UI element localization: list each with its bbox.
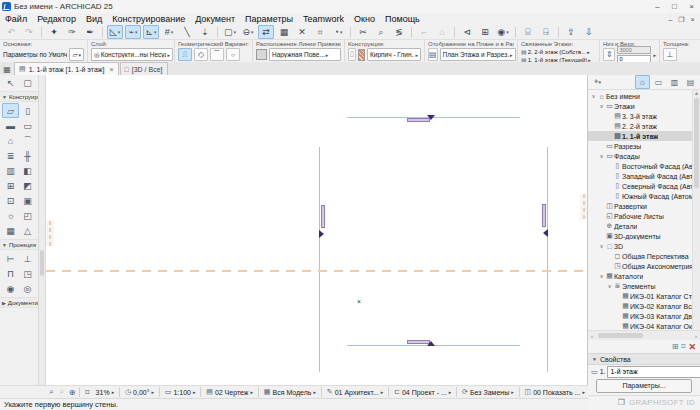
morph-tool[interactable]: △ bbox=[19, 223, 36, 238]
collapse-chevron-icon[interactable]: ∨ bbox=[598, 103, 605, 109]
right-wall-body[interactable] bbox=[542, 204, 546, 227]
top-link-row[interactable]: ▤ 2. 2-й этаж (Собств... ▸ bbox=[521, 48, 596, 55]
transfer-settings-icon[interactable]: ⇄ bbox=[258, 25, 274, 39]
3d-document-tool[interactable]: ◳ bbox=[19, 266, 36, 281]
graphic-override-select[interactable]: ◫00 Показать ...▸ bbox=[522, 388, 588, 396]
right-wall-reference-line[interactable] bbox=[547, 147, 548, 372]
tree-item[interactable]: ∨▭Этажи bbox=[588, 101, 700, 111]
marquee-tool[interactable]: ▢ bbox=[19, 75, 36, 90]
tree-item[interactable]: ▦ИКЭ-04 Каталог Окон bbox=[588, 321, 700, 330]
zone-tool[interactable]: ◰ bbox=[19, 208, 36, 223]
railing-tool[interactable]: ╫ bbox=[19, 148, 36, 163]
xref-icon[interactable]: ⍈ bbox=[538, 25, 554, 39]
skylight-tool[interactable]: ◩ bbox=[19, 178, 36, 193]
tab-3d[interactable]: □ [3D / Все] bbox=[120, 62, 168, 75]
collapse-chevron-icon[interactable]: ∨ bbox=[598, 273, 605, 279]
dimension-style-select[interactable]: ⊏04 Проект - ...▸ bbox=[391, 388, 454, 396]
redo-icon[interactable]: ↷ bbox=[21, 25, 37, 39]
floor-plan-canvas[interactable]: × bbox=[46, 75, 588, 385]
delete-icon[interactable]: ✕ bbox=[294, 25, 310, 39]
menu-item-5[interactable]: Параметры bbox=[240, 14, 298, 24]
tree-item[interactable]: ∨▭Фасады bbox=[588, 151, 700, 161]
collapse-chevron-icon[interactable]: ∨ bbox=[590, 93, 597, 99]
favorites-icon[interactable]: ✦ bbox=[46, 25, 62, 39]
doc-close-button[interactable]: × bbox=[687, 14, 698, 25]
zoom-in-icon[interactable]: ⊕ bbox=[67, 387, 77, 398]
collapse-chevron-icon[interactable]: ∨ bbox=[598, 153, 605, 159]
tree-item[interactable]: ▯Южный Фасад (Автоматическ bbox=[588, 191, 700, 201]
tree-horizontal-scrollbar[interactable]: ‹ › bbox=[588, 330, 700, 340]
teamwork-send-icon[interactable]: ⇪ bbox=[563, 25, 579, 39]
tree-item[interactable]: ▦ИКЭ-02 Каталог Всех Проем bbox=[588, 301, 700, 311]
tree-item[interactable]: ∨≣Элементы bbox=[588, 281, 700, 291]
multiply-icon[interactable]: ⌗ bbox=[312, 25, 328, 39]
stair-tool[interactable]: ≣ bbox=[2, 148, 19, 163]
object-tool[interactable]: ▣ bbox=[19, 193, 36, 208]
zoom-level-select[interactable]: 31%▸ bbox=[93, 389, 118, 396]
collapse-chevron-icon[interactable]: ∨ bbox=[606, 283, 613, 289]
toolbox-section-header-2[interactable]: ▶Документир bbox=[0, 297, 38, 308]
opening-tool[interactable]: ⊡ bbox=[2, 193, 19, 208]
view-map-icon[interactable]: ▭ bbox=[651, 75, 666, 89]
tree-item[interactable]: ▤3. 3-й этаж bbox=[588, 111, 700, 121]
tree-item[interactable]: ∨□3D bbox=[588, 241, 700, 251]
orbit-tool[interactable]: ◎ bbox=[19, 281, 36, 296]
snap-grid-icon[interactable]: #▾ bbox=[161, 25, 177, 39]
project-chooser-icon[interactable]: ⌖▾ bbox=[590, 75, 605, 89]
pen-set-select[interactable]: ▤02 Чертеж▸ bbox=[203, 388, 256, 396]
elevation-line-south[interactable] bbox=[46, 270, 588, 272]
reference-line-select-button[interactable]: Наружная Пове... ▸ bbox=[269, 48, 341, 61]
teamwork-receive-icon[interactable]: ⇩ bbox=[581, 25, 597, 39]
camera-tool[interactable]: ◉ bbox=[2, 281, 19, 296]
tree-item[interactable]: ▦ИКЭ-01 Каталог Стен bbox=[588, 291, 700, 301]
menu-item-4[interactable]: Документ bbox=[190, 14, 240, 24]
tree-item[interactable]: ▣3D-документы bbox=[588, 231, 700, 241]
hotlink-module-icon[interactable]: ⌺ bbox=[520, 25, 536, 39]
toolbox-section-header-0[interactable]: ▼Конструиров bbox=[0, 91, 38, 102]
wall-tool[interactable]: ▱ bbox=[2, 103, 19, 118]
tree-vertical-scrollbar[interactable]: ▲ bbox=[692, 90, 700, 330]
toolbox-scrollbar[interactable] bbox=[39, 75, 46, 385]
doc-minimize-button[interactable]: – bbox=[665, 14, 676, 25]
geometry-variant-0-icon[interactable]: ⎍ bbox=[178, 48, 192, 61]
snap-points-icon[interactable]: ⊾▾ bbox=[143, 25, 159, 39]
scroll-right-icon[interactable]: › bbox=[692, 333, 700, 339]
split-icon[interactable]: ≶ bbox=[391, 25, 407, 39]
tree-item[interactable]: ▤2. 2-й этаж bbox=[588, 121, 700, 131]
lock-icon[interactable]: ⊖▾ bbox=[240, 25, 256, 39]
arrow-tool[interactable]: ↖ bbox=[2, 75, 19, 90]
tree-item[interactable]: ∨⌂Без имени bbox=[588, 91, 700, 101]
structure-type-icon[interactable]: ⌷ bbox=[348, 48, 356, 61]
geometry-variant-3-icon[interactable]: ⌔ bbox=[226, 48, 240, 61]
marker-icon[interactable]: ⊲ bbox=[459, 25, 475, 39]
geometry-variant-1-icon[interactable]: ◇ bbox=[194, 48, 208, 61]
inject-parameters-icon[interactable]: ✒ bbox=[82, 25, 98, 39]
publisher-icon[interactable]: ▤ bbox=[683, 75, 698, 89]
survey-icon[interactable]: ⌂ bbox=[434, 25, 450, 39]
orientation-select[interactable]: ◷0,00°▸ bbox=[122, 388, 157, 396]
column-tool[interactable]: ▯ bbox=[19, 103, 36, 118]
new-viewpoint-icon[interactable]: ⌑ bbox=[681, 342, 685, 351]
delete-viewpoint-icon[interactable]: ✕ bbox=[688, 342, 696, 352]
wall-default-settings-button[interactable]: ▱ ▾ bbox=[69, 48, 84, 61]
layer-select-button[interactable]: ◎ Конструкти...ны Несущие ▸ bbox=[91, 48, 173, 61]
find-select-icon[interactable]: ⌕ bbox=[373, 25, 389, 39]
scrollbar-thumb[interactable] bbox=[40, 250, 44, 276]
rotate-icon[interactable]: ◔▾ bbox=[330, 25, 346, 39]
elevation-tool[interactable]: ⊥ bbox=[19, 251, 36, 266]
story-name-field[interactable] bbox=[607, 366, 700, 378]
menu-item-7[interactable]: Окно bbox=[349, 14, 380, 24]
properties-section-header[interactable]: ▼ Свойства bbox=[588, 353, 700, 365]
layer-combination-select[interactable]: ✎01 Архитект...▸ bbox=[324, 388, 386, 396]
guide-lines-icon[interactable]: ◺▾ bbox=[107, 25, 123, 39]
renovation-filter-select[interactable]: ⟳Без Замены▸ bbox=[459, 388, 517, 396]
tab-overview-icon[interactable]: ▦ bbox=[0, 63, 14, 75]
menu-item-0[interactable]: Файл bbox=[0, 14, 32, 24]
tree-item[interactable]: ◱Рабочие Листы bbox=[588, 211, 700, 221]
project-map-icon[interactable]: ⌂ bbox=[635, 75, 650, 89]
tree-item[interactable]: ▦ИКЭ-03 Каталог Дверей bbox=[588, 311, 700, 321]
element-schedule-icon[interactable]: ▦ bbox=[276, 25, 292, 39]
gravity-icon[interactable]: ⇣ bbox=[197, 25, 213, 39]
tree-item[interactable]: ▯Восточный Фасад (Автоматич bbox=[588, 161, 700, 171]
close-button[interactable]: × bbox=[683, 0, 700, 13]
